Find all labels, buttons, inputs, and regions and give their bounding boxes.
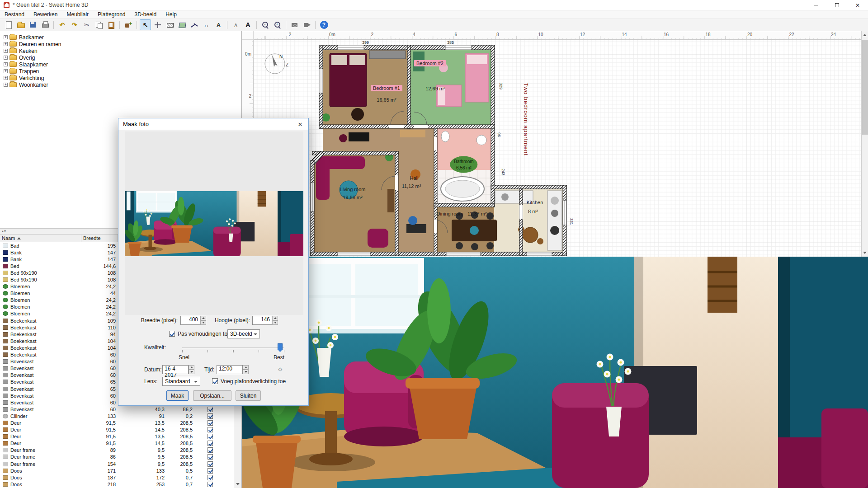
date-spinner[interactable]	[189, 365, 194, 374]
toolbar-button[interactable]	[57, 19, 68, 30]
toolbar-button[interactable]	[123, 19, 134, 30]
toolbar-button[interactable]	[52, 19, 56, 30]
toolbar-button[interactable]	[39, 19, 51, 30]
visible-checkbox[interactable]	[208, 461, 213, 467]
expand-icon[interactable]	[4, 42, 8, 46]
table-row[interactable]: Deur frame 89 9,5 208,5	[0, 447, 234, 454]
table-row[interactable]: Doos 218 253 0,7	[0, 481, 234, 488]
scroll-down-icon[interactable]	[862, 249, 868, 257]
height-input[interactable]: 146	[252, 316, 272, 325]
visible-checkbox[interactable]	[208, 413, 213, 419]
date-input[interactable]: 16-4-2017	[162, 365, 189, 374]
width-spinner[interactable]	[200, 316, 206, 325]
expand-icon[interactable]	[4, 62, 8, 66]
visible-checkbox[interactable]	[208, 475, 213, 480]
ceiling-light-checkbox[interactable]	[212, 378, 218, 384]
catalog-category[interactable]: Verlichting	[0, 75, 242, 81]
apply-ratio-checkbox[interactable]	[169, 331, 175, 337]
catalog-category[interactable]: Badkamer	[0, 34, 242, 41]
expand-icon[interactable]	[4, 56, 8, 60]
expand-icon[interactable]	[4, 35, 8, 39]
visible-checkbox[interactable]	[208, 407, 213, 412]
catalog-category[interactable]: Woonkamer	[0, 81, 242, 88]
toolbar-button[interactable]	[15, 19, 26, 30]
catalog-category[interactable]: Overig	[0, 54, 242, 61]
catalog-category[interactable]: Trappen	[0, 68, 242, 75]
toolbar-button[interactable]	[213, 19, 224, 30]
toolbar-button[interactable]	[135, 19, 139, 30]
plan-scrollbar[interactable]	[861, 31, 868, 257]
close-dialog-button[interactable]: Sluiten	[236, 390, 261, 401]
toolbar-button[interactable]	[152, 19, 163, 30]
save-button[interactable]: Opslaan...	[193, 390, 231, 401]
visible-checkbox[interactable]	[208, 454, 213, 460]
catalog-category[interactable]: Keuken	[0, 47, 242, 54]
menu-item[interactable]: Help	[161, 10, 181, 19]
maximize-button[interactable]	[826, 0, 847, 10]
table-row[interactable]: Deur 91,5 13,5 208,5	[0, 419, 234, 426]
toolbar-button[interactable]	[27, 19, 38, 30]
toolbar-button[interactable]	[105, 19, 117, 30]
width-input[interactable]: 400	[180, 316, 200, 325]
quality-slider-track[interactable]	[182, 347, 284, 349]
table-row[interactable]: Deur frame 86 9,5 208,5	[0, 454, 234, 460]
scrollbar-thumb[interactable]	[862, 40, 868, 135]
toolbar-button[interactable]	[140, 19, 151, 30]
catalog-category[interactable]: Slaapkamer	[0, 61, 242, 68]
minimize-button[interactable]	[806, 0, 826, 10]
floor-plan-canvas[interactable]: N Z	[254, 40, 861, 257]
column-header-naam[interactable]: Naam	[0, 235, 81, 242]
toolbar-button[interactable]	[313, 19, 317, 30]
table-row[interactable]: Doos 187 172 0,7	[0, 474, 234, 481]
toolbar-button[interactable]	[289, 19, 300, 30]
catalog-category[interactable]: Deuren en ramen	[0, 41, 242, 47]
toolbar-button[interactable]	[176, 19, 188, 30]
dialog-close-icon[interactable]: ✕	[292, 118, 308, 130]
expand-icon[interactable]	[4, 83, 8, 87]
time-spinner[interactable]	[243, 365, 249, 374]
plan-annotation[interactable]: Two bedroom apartment	[523, 83, 529, 156]
visible-checkbox[interactable]	[208, 482, 213, 487]
toolbar-button[interactable]	[69, 19, 80, 30]
lens-combobox[interactable]: Standaard	[162, 377, 200, 386]
expand-icon[interactable]	[4, 69, 8, 73]
toolbar-button[interactable]	[201, 19, 212, 30]
3d-view[interactable]	[242, 257, 868, 488]
toolbar-button[interactable]	[189, 19, 200, 30]
toolbar-button[interactable]	[284, 19, 288, 30]
table-row[interactable]: Deur frame 154 9,5 208,5	[0, 460, 234, 467]
table-row[interactable]: Deur 91,5 13,5 208,5	[0, 433, 234, 440]
visible-checkbox[interactable]	[208, 420, 213, 426]
toolbar-button[interactable]	[242, 19, 254, 30]
toolbar-button[interactable]	[164, 19, 175, 30]
height-spinner[interactable]	[272, 316, 278, 325]
toolbar-button[interactable]	[230, 19, 241, 30]
menu-item[interactable]: Meubilair	[62, 10, 93, 19]
time-input[interactable]: 12:00	[217, 365, 243, 374]
scroll-up-icon[interactable]	[862, 31, 868, 39]
ratio-combobox[interactable]: 3D-beeld	[227, 329, 260, 338]
toolbar-button[interactable]	[81, 19, 92, 30]
toolbar-button[interactable]	[118, 19, 122, 30]
table-row[interactable]: Bovenkast 60 40,3 86,2	[0, 406, 234, 413]
menu-item[interactable]: 3D-beeld	[130, 10, 161, 19]
table-row[interactable]: Doos 171 133 0,5	[0, 467, 234, 474]
visible-checkbox[interactable]	[208, 447, 213, 453]
menu-item[interactable]: Bestand	[0, 10, 29, 19]
table-row[interactable]: Deur 91,5 14,5 208,5	[0, 440, 234, 447]
toolbar-button[interactable]	[301, 19, 312, 30]
toolbar-button[interactable]	[3, 19, 14, 30]
expand-icon[interactable]	[4, 49, 8, 53]
toolbar-button[interactable]	[318, 19, 330, 30]
menu-item[interactable]: Bewerken	[29, 10, 62, 19]
toolbar-button[interactable]	[225, 19, 229, 30]
splitter-arrows-icon[interactable]: ▴▾	[2, 229, 6, 233]
column-header-breedte[interactable]: Breedte	[81, 235, 118, 242]
scroll-down-icon[interactable]	[234, 480, 241, 488]
expand-icon[interactable]	[4, 76, 8, 80]
toolbar-button[interactable]	[93, 19, 104, 30]
menu-item[interactable]: Plattegrond	[93, 10, 130, 19]
visible-checkbox[interactable]	[208, 427, 213, 432]
dialog-title-bar[interactable]: Maak foto ✕	[118, 118, 308, 130]
toolbar-button[interactable]	[272, 19, 283, 30]
